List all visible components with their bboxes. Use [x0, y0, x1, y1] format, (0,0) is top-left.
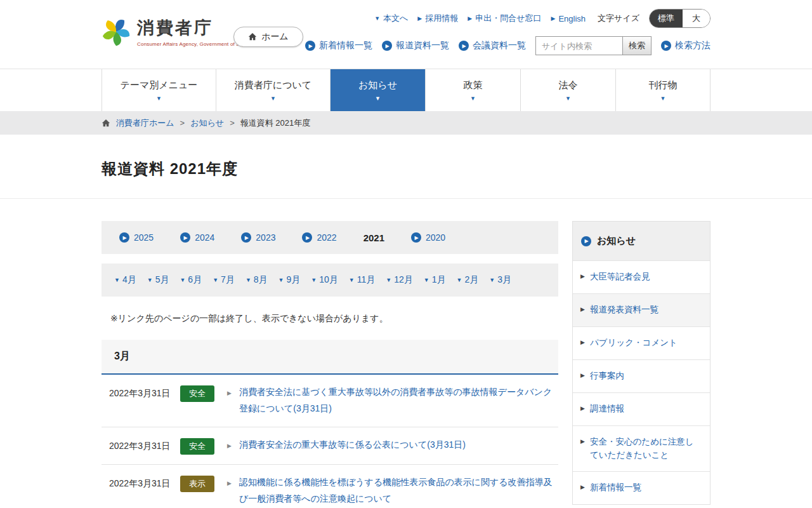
sidebar-item[interactable]: ▶ 安全・安心のために注意していただきたいこと: [573, 425, 710, 472]
home-icon: [102, 119, 110, 128]
link-marker-icon: ▶: [551, 15, 556, 22]
header-top-link[interactable]: ▶ English: [551, 14, 586, 23]
header-top-link[interactable]: ▶ 申出・問合せ窓口: [468, 13, 541, 24]
sidebar-item[interactable]: ▶ 報道発表資料一覧: [573, 293, 710, 326]
sidebar-item[interactable]: ▶ 調達情報: [573, 392, 710, 425]
sidebar-item-label: 報道発表資料一覧: [590, 305, 658, 314]
header-top-link[interactable]: ▶ 採用情報: [417, 13, 458, 24]
breadcrumb-home-link[interactable]: 消費者庁ホーム: [116, 117, 174, 129]
nav-tab-label: テーマ別メニュー: [121, 79, 198, 91]
month-link[interactable]: ▼ 3月: [489, 274, 511, 286]
month-link[interactable]: ▼ 8月: [246, 274, 268, 286]
font-size-large-button[interactable]: 大: [683, 10, 710, 27]
link-marker-icon: ▼: [374, 15, 380, 22]
link-marker-icon: ▶: [468, 15, 472, 22]
month-label: 9月: [287, 274, 301, 286]
breadcrumb-separator: >: [230, 118, 235, 128]
nav-tab[interactable]: テーマ別メニュー ▼: [102, 69, 216, 111]
nav-tab[interactable]: 法令 ▼: [520, 69, 615, 111]
month-section-heading: 3月: [102, 340, 558, 375]
year-link[interactable]: ▶ 2025: [119, 232, 154, 243]
breadcrumb-current: 報道資料 2021年度: [240, 117, 311, 129]
arrow-right-icon: ▶: [580, 305, 585, 314]
year-link[interactable]: ▶ 2023: [241, 232, 275, 243]
nav-tab[interactable]: お知らせ ▼: [330, 69, 425, 111]
play-circle-icon: ▶: [302, 232, 312, 243]
news-row: 2022年3月31日 表示 ▶ 認知機能に係る機能性を標ぼうする機能性表示食品の…: [102, 465, 558, 508]
month-label: 2月: [464, 274, 478, 286]
search-button[interactable]: 検索: [622, 36, 652, 55]
news-list: 2022年3月31日 安全 ▶ 消費者安全法に基づく重大事故等以外の消費者事故等…: [102, 375, 558, 508]
month-link[interactable]: ▼ 9月: [278, 274, 301, 286]
nav-tab-label: 政策: [464, 79, 483, 91]
month-link[interactable]: ▼ 2月: [457, 274, 479, 286]
sidebar-item[interactable]: ▶ パブリック・コメント: [573, 326, 710, 359]
year-link[interactable]: 2021: [363, 232, 384, 243]
utility-links: ▼ 本文へ ▶ 採用情報 ▶ 申出・問合せ窓口: [374, 9, 710, 28]
nav-tab[interactable]: 刊行物 ▼: [615, 69, 710, 111]
month-link[interactable]: ▼ 7月: [213, 274, 235, 286]
news-row: 2022年3月31日 安全 ▶ 消費者安全法に基づく重大事故等以外の消費者事故等…: [102, 375, 558, 427]
site-logo[interactable]: 消費者庁 Consumer Affairs Agency, Government…: [102, 17, 251, 47]
font-size-label: 文字サイズ: [598, 13, 639, 24]
chevron-down-icon: ▼: [270, 95, 276, 102]
search-input[interactable]: [535, 36, 623, 55]
month-label: 11月: [357, 274, 376, 286]
site-search: 検索: [535, 36, 652, 55]
news-row: 2022年3月31日 安全 ▶ 消費者安全法の重大事故等に係る公表について(3月…: [102, 427, 558, 465]
home-button[interactable]: ホーム: [233, 27, 303, 47]
breadcrumb: 消費者庁ホーム > お知らせ > 報道資料 2021年度: [102, 111, 710, 135]
page-root: 消費者庁 Consumer Affairs Agency, Government…: [0, 0, 812, 508]
link-label: 会議資料一覧: [473, 40, 526, 51]
news-link[interactable]: 消費者安全法に基づく重大事故等以外の消費者事故等の事故情報データバンク登録につい…: [239, 384, 558, 417]
link-label: 本文へ: [383, 13, 408, 24]
page-title-section: 報道資料 2021年度: [0, 135, 812, 199]
month-link[interactable]: ▼ 1月: [424, 274, 446, 286]
year-link[interactable]: ▶ 2024: [180, 232, 214, 243]
month-label: 7月: [221, 274, 235, 286]
breadcrumb-section-link[interactable]: お知らせ: [190, 117, 224, 129]
arrow-right-icon: ▶: [580, 272, 585, 281]
chevron-down-icon: ▼: [349, 277, 355, 283]
link-label: 検索方法: [675, 40, 710, 51]
main-content: ▶ 2025 ▶ 2024 ▶ 2023 ▶: [102, 221, 558, 508]
header-quick-link[interactable]: ▶ 会議資料一覧: [459, 40, 526, 51]
arrow-right-icon: ▶: [580, 483, 585, 492]
year-label: 2020: [426, 232, 445, 243]
sidebar-heading: ▶ お知らせ: [573, 222, 710, 260]
news-link[interactable]: 認知機能に係る機能性を標ぼうする機能性表示食品の表示に関する改善指導及び一般消費…: [239, 474, 558, 507]
sidebar-item[interactable]: ▶ 大臣等記者会見: [573, 260, 710, 293]
nav-tab[interactable]: 政策 ▼: [425, 69, 520, 111]
play-circle-icon: ▶: [180, 232, 190, 243]
font-size-standard-button[interactable]: 標準: [650, 10, 683, 27]
header-top-link[interactable]: ▼ 本文へ: [374, 13, 408, 24]
month-link[interactable]: ▼ 12月: [386, 274, 413, 286]
chevron-down-icon: ▼: [424, 277, 429, 283]
category-badge: 表示: [180, 476, 214, 492]
year-link[interactable]: ▶ 2022: [302, 232, 336, 243]
month-link[interactable]: ▼ 4月: [114, 274, 136, 286]
header-quick-link[interactable]: ▶ 新着情報一覧: [305, 40, 372, 51]
breadcrumb-separator: >: [180, 118, 185, 128]
search-help-link[interactable]: ▶ 検索方法: [661, 40, 710, 51]
home-button-label: ホーム: [261, 31, 289, 43]
year-label: 2025: [134, 232, 154, 243]
sidebar-item[interactable]: ▶ 行事案内: [573, 359, 710, 392]
header-quick-link[interactable]: ▶ 報道資料一覧: [382, 40, 449, 51]
month-label: 6月: [188, 274, 202, 286]
news-link[interactable]: 消費者安全法の重大事故等に係る公表について(3月31日): [239, 437, 558, 453]
month-link[interactable]: ▼ 11月: [349, 274, 375, 286]
logo-subtitle: Consumer Affairs Agency, Government of J…: [137, 41, 251, 47]
month-link[interactable]: ▼ 6月: [180, 274, 202, 286]
month-label: 12月: [394, 274, 413, 286]
chevron-down-icon: ▼: [246, 277, 251, 283]
chevron-down-icon: ▼: [565, 95, 571, 102]
year-link[interactable]: ▶ 2020: [411, 232, 445, 243]
month-link[interactable]: ▼ 5月: [147, 274, 169, 286]
month-link[interactable]: ▼ 10月: [311, 274, 338, 286]
font-size-toggle: 標準 大: [649, 9, 710, 28]
nav-tab[interactable]: 消費者庁について ▼: [216, 69, 330, 111]
sidebar-item[interactable]: ▶ 新着情報一覧: [573, 471, 710, 504]
year-label: 2024: [195, 232, 214, 243]
link-label: 報道資料一覧: [396, 40, 449, 51]
